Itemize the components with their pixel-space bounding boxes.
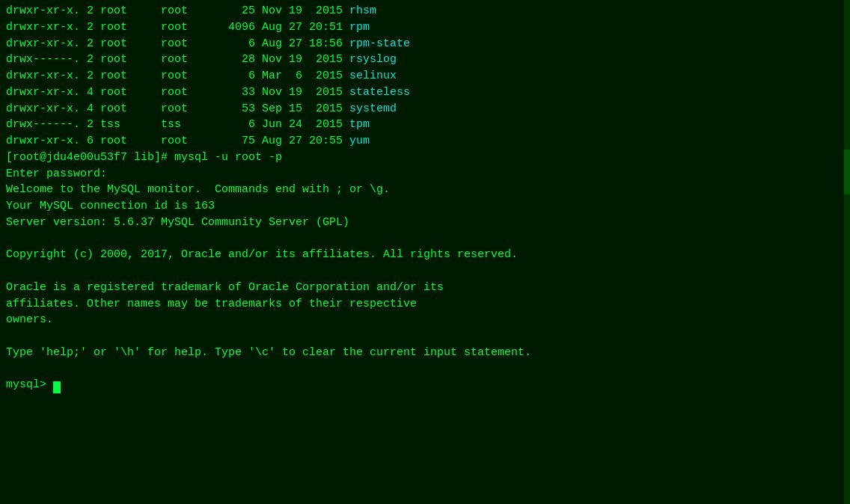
blank-line-1 xyxy=(6,231,844,248)
list-item: drwxr-xr-x. 4 root root 33 Nov 19 2015 s… xyxy=(6,84,844,101)
mysql-copyright: Copyright (c) 2000, 2017, Oracle and/or … xyxy=(6,247,844,263)
scrollbar-thumb[interactable] xyxy=(844,150,850,194)
terminal-output: drwxr-xr-x. 2 root root 25 Nov 19 2015 r… xyxy=(6,3,844,393)
blank-line-2 xyxy=(6,263,844,280)
list-item: drwx------. 2 tss tss 6 Jun 24 2015 tpm xyxy=(6,117,844,133)
list-item: drwxr-xr-x. 2 root root 25 Nov 19 2015 r… xyxy=(6,3,844,19)
mysql-prompt-line: mysql> xyxy=(6,377,844,393)
blank-line-3 xyxy=(6,328,844,345)
terminal-window[interactable]: drwxr-xr-x. 2 root root 25 Nov 19 2015 r… xyxy=(0,0,850,504)
list-item: drwxr-xr-x. 6 root root 75 Aug 27 20:55 … xyxy=(6,133,844,150)
mysql-help-text: Type 'help;' or '\h' for help. Type '\c'… xyxy=(6,345,844,361)
mysql-server-version: Server version: 5.6.37 MySQL Community S… xyxy=(6,215,844,231)
mysql-connection-id: Your MySQL connection id is 163 xyxy=(6,198,844,215)
scrollbar[interactable] xyxy=(844,0,850,504)
list-item: drwx------. 2 root root 28 Nov 19 2015 r… xyxy=(6,52,844,68)
mysql-welcome: Welcome to the MySQL monitor. Commands e… xyxy=(6,182,844,198)
list-item: drwxr-xr-x. 2 root root 6 Aug 27 18:56 r… xyxy=(6,36,844,52)
command-prompt: [root@jdu4e00u53f7 lib]# mysql -u root -… xyxy=(6,150,844,166)
mysql-oracle-line3: owners. xyxy=(6,312,844,328)
list-item: drwxr-xr-x. 2 root root 4096 Aug 27 20:5… xyxy=(6,19,844,36)
blank-line-4 xyxy=(6,361,844,378)
mysql-oracle-line2: affiliates. Other names may be trademark… xyxy=(6,296,844,313)
mysql-output: Enter password: xyxy=(6,166,844,182)
terminal-cursor xyxy=(53,381,61,393)
list-item: drwxr-xr-x. 4 root root 53 Sep 15 2015 s… xyxy=(6,101,844,117)
mysql-oracle-line1: Oracle is a registered trademark of Orac… xyxy=(6,280,844,296)
list-item: drwxr-xr-x. 2 root root 6 Mar 6 2015 sel… xyxy=(6,68,844,84)
